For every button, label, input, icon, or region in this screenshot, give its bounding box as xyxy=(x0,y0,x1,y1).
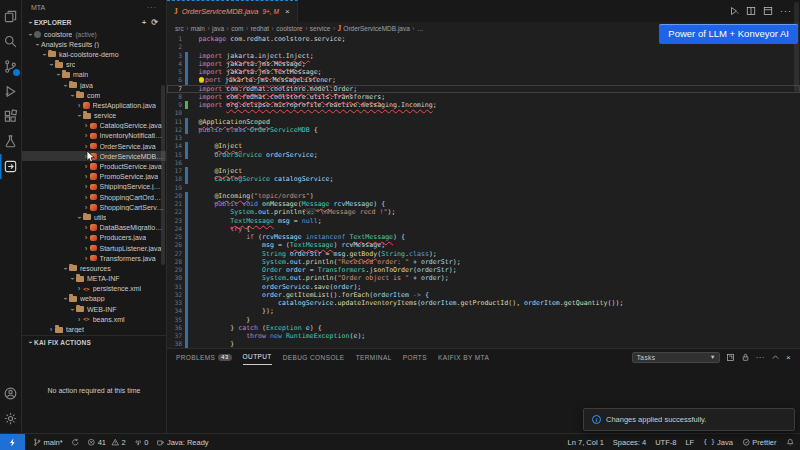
code-line-30[interactable]: 30 System.out.println("Order object is "… xyxy=(167,274,800,282)
panel-tab-debug-console[interactable]: DEBUG CONSOLE xyxy=(283,349,345,365)
split-editor-icon[interactable] xyxy=(746,6,756,16)
code-line-2[interactable]: 2 xyxy=(167,43,800,51)
pane-more-icon[interactable]: ··· xyxy=(147,4,157,11)
code-line-6[interactable]: 6port jakarta.jms.MessageListener; xyxy=(167,76,800,84)
tree-item-shoppingcartorderprocessor-java[interactable]: ›ShoppingCartOrderProcessor.java xyxy=(22,192,166,202)
panel-more-icon[interactable]: ··· xyxy=(756,353,765,362)
tab-orderservicemdb[interactable]: J OrderServiceMDB.java 9+, M × xyxy=(167,0,298,22)
code-line-31[interactable]: 31 orderService.save(order); xyxy=(167,283,800,291)
code-line-16[interactable]: 16 xyxy=(167,159,800,167)
editor-more-actions-icon[interactable]: ··· xyxy=(780,6,792,16)
tree-item-webapp[interactable]: ›webapp xyxy=(22,294,166,304)
tree-item-src[interactable]: ›src xyxy=(22,60,166,70)
tab-close-icon[interactable]: × xyxy=(285,7,290,16)
code-line-27[interactable]: 27 String orderStr = msg.getBody(String.… xyxy=(167,250,800,258)
run-debug-icon[interactable] xyxy=(0,79,22,104)
code-line-3[interactable]: 3import jakarta.inject.Inject; xyxy=(167,52,800,60)
code-line-23[interactable]: 23 TextMessage msg = null; xyxy=(167,217,800,225)
breadcrumb-item[interactable]: OrderServiceMDB.java xyxy=(343,25,409,32)
code-line-17[interactable]: 17 @Inject xyxy=(167,167,800,175)
remote-indicator[interactable] xyxy=(0,434,25,450)
git-branch-status[interactable]: main* xyxy=(33,438,63,447)
toast-notification[interactable]: i Changes applied successfully. xyxy=(583,408,795,431)
encoding-status[interactable]: UTF-8 xyxy=(655,438,676,447)
problems-status[interactable]: 41 2 xyxy=(87,438,126,447)
code-line-15[interactable]: 15 OrderService orderService; xyxy=(167,151,800,159)
tree-item-shippingservice-java[interactable]: ›ShippingService.java xyxy=(22,182,166,192)
code-line-8[interactable]: 8import com.redhat.coolstore.utils.Trans… xyxy=(167,93,800,101)
output-channel-select[interactable]: Tasks ▾ xyxy=(632,352,720,363)
code-line-13[interactable]: 13 xyxy=(167,134,800,142)
panel-tab-kaifix-by-mta[interactable]: KAIFIX BY MTA xyxy=(438,349,489,365)
extensions-icon[interactable] xyxy=(0,104,22,129)
panel-tab-problems[interactable]: PROBLEMS43 xyxy=(176,349,232,365)
tree-item-utils[interactable]: ›utils xyxy=(22,212,166,222)
code-line-12[interactable]: 12public class OrderServiceMDB { xyxy=(167,126,800,134)
run-file-icon[interactable] xyxy=(729,6,739,16)
new-file-icon[interactable]: + xyxy=(142,18,147,27)
tree-item-resources[interactable]: ›resources xyxy=(22,263,166,273)
panel-tab-terminal[interactable]: TERMINAL xyxy=(356,349,392,365)
code-line-7[interactable]: 7import com.redhat.coolstore.model.Order… xyxy=(167,85,800,93)
eol-status[interactable]: LF xyxy=(685,438,694,447)
explorer-icon[interactable] xyxy=(0,4,22,29)
tree-item-orderservicemdb-java[interactable]: ›OrderServiceMDB.java xyxy=(22,151,166,161)
panel-tab-ports[interactable]: PORTS xyxy=(403,349,427,365)
code-line-33[interactable]: 33 catalogService.updateInventoryItems(o… xyxy=(167,299,800,307)
settings-gear-icon[interactable] xyxy=(0,406,22,431)
tree-item-target[interactable]: ›target xyxy=(22,324,166,334)
code-line-28[interactable]: 28 System.out.println("Received order: "… xyxy=(167,258,800,266)
tree-item-productservice-java[interactable]: ›ProductService.java xyxy=(22,161,166,171)
breadcrumb-item[interactable]: java xyxy=(212,25,224,32)
tree-item-service[interactable]: ›service xyxy=(22,111,166,121)
tree-item-coolstore[interactable]: ›coolstore(active) xyxy=(22,29,166,39)
code-line-37[interactable]: 37 throw new RuntimeException(e); xyxy=(167,332,800,340)
tree-item-orderservice-java[interactable]: ›OrderService.java xyxy=(22,141,166,151)
tree-item-kai-coolstore-demo[interactable]: ›kai-coolstore-demo xyxy=(22,49,166,59)
tree-item-analysis-results-[interactable]: ›Analysis Results () xyxy=(22,39,166,49)
tree-item-catalogservice-java[interactable]: ›CatalogService.java xyxy=(22,121,166,131)
breadcrumb-item[interactable]: service xyxy=(310,25,331,32)
sidebar-scrollbar[interactable] xyxy=(161,85,165,265)
explorer-chevron-icon[interactable]: › xyxy=(27,18,34,26)
code-line-34[interactable]: 34 }); xyxy=(167,307,800,315)
ports-status[interactable]: 0 xyxy=(134,438,149,447)
breadcrumb-item[interactable]: src xyxy=(175,25,184,32)
tree-item-transformers-java[interactable]: ›Transformers.java xyxy=(22,253,166,263)
language-mode-status[interactable]: { } Java xyxy=(703,438,733,447)
lock-scrolling-icon[interactable] xyxy=(741,353,750,362)
open-output-in-editor-icon[interactable] xyxy=(726,353,735,362)
search-icon[interactable] xyxy=(0,29,22,54)
cursor-position-status[interactable]: Ln 7, Col 1 xyxy=(568,438,604,447)
mta-extension-icon[interactable] xyxy=(0,154,22,179)
breadcrumb-item[interactable]: redhat xyxy=(251,25,269,32)
code-line-14[interactable]: 14 @Inject xyxy=(167,142,800,150)
tree-item-persistence-xml[interactable]: ›<>persistence.xml xyxy=(22,284,166,294)
indentation-status[interactable]: Spaces: 4 xyxy=(613,438,646,447)
panel-tab-output[interactable]: OUTPUT xyxy=(243,349,272,365)
tree-item-main[interactable]: ›main xyxy=(22,70,166,80)
tree-item-restapplication-java[interactable]: ›RestApplication.java xyxy=(22,100,166,110)
code-line-26[interactable]: 26 msg = (TextMessage) rcvMessage; xyxy=(167,241,800,249)
tree-item-shoppingcartservice-java[interactable]: ›ShoppingCartService.java xyxy=(22,202,166,212)
tree-item-beans-xml[interactable]: ›<>beans.xml xyxy=(22,314,166,324)
breadcrumb-item[interactable]: coolstore xyxy=(276,25,302,32)
code-line-24[interactable]: 24 try { xyxy=(167,225,800,233)
lightbulb-icon[interactable] xyxy=(199,77,205,83)
tree-item-web-inf[interactable]: ›WEB-INF xyxy=(22,304,166,314)
code-line-25[interactable]: 25 if (rcvMessage instanceof TextMessage… xyxy=(167,233,800,241)
toggle-layout-icon[interactable] xyxy=(763,6,773,16)
java-status[interactable]: Java: Ready xyxy=(156,438,208,447)
tree-item-java[interactable]: ›java xyxy=(22,80,166,90)
refresh-icon[interactable]: ⟳ xyxy=(151,18,158,27)
code-line-11[interactable]: 11@ApplicationScoped xyxy=(167,118,800,126)
code-line-19[interactable]: 19 xyxy=(167,184,800,192)
code-line-18[interactable]: 18 CatalogService catalogService; xyxy=(167,175,800,183)
code-line-9[interactable]: 9import org.eclipse.microprofile.reactiv… xyxy=(167,101,800,109)
code-line-29[interactable]: 29 Order order = Transformers.jsonToOrde… xyxy=(167,266,800,274)
tree-item-com[interactable]: ›com xyxy=(22,90,166,100)
accounts-icon[interactable] xyxy=(0,381,22,406)
tree-item-producers-java[interactable]: ›Producers.java xyxy=(22,233,166,243)
code-line-22[interactable]: 22 System.out.println(x:"\nMessage recd … xyxy=(167,208,800,216)
breadcrumb-item[interactable]: main xyxy=(191,25,205,32)
